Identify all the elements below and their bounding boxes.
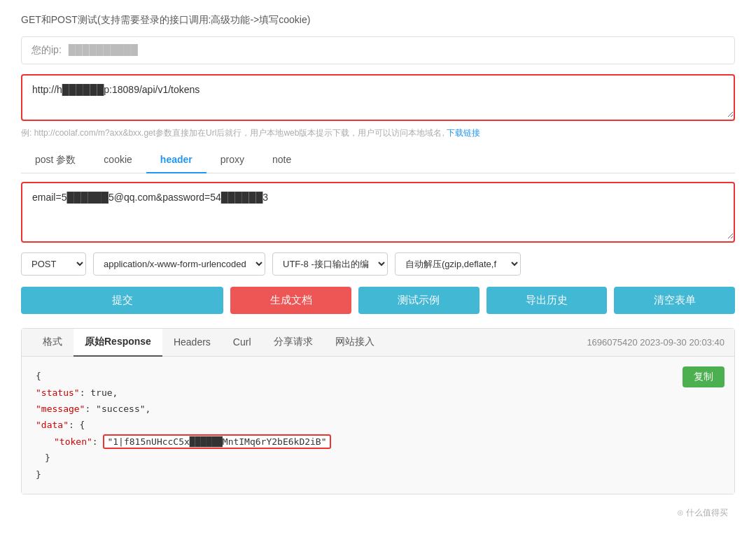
tab-post-params[interactable]: post 参数 xyxy=(21,148,90,173)
resp-tab-format[interactable]: 格式 xyxy=(31,329,74,357)
encoding-select[interactable]: UTF-8 -接口输出的编 GBK UTF-16 xyxy=(272,252,388,276)
resp-tab-share[interactable]: 分享请求 xyxy=(262,329,324,357)
json-line-7: } xyxy=(36,466,720,483)
response-tabs: 格式 原始Response Headers Curl 分享请求 网站接入 169… xyxy=(22,329,734,357)
tab-note[interactable]: note xyxy=(258,148,305,173)
submit-button[interactable]: 提交 xyxy=(21,287,223,314)
export-history-button[interactable]: 导出历史 xyxy=(486,287,608,314)
resp-tab-raw[interactable]: 原始Response xyxy=(74,329,162,357)
actions-row: 提交 生成文档 测试示例 导出历史 清空表单 xyxy=(21,287,735,314)
response-body: 复制 { "status": true, "message": "success… xyxy=(22,357,734,494)
page-wrapper: GET和POST测试(支持需要登录的接口调用:高级功能->填写cookie) 您… xyxy=(0,0,756,542)
json-line-6: } xyxy=(36,450,720,466)
footer-logo: ⊙ 什么值得买 xyxy=(21,507,735,519)
download-link[interactable]: 下载链接 xyxy=(447,128,480,138)
params-input[interactable] xyxy=(22,183,734,239)
tab-cookie[interactable]: cookie xyxy=(90,148,146,173)
json-line-3: "message": "success", xyxy=(36,401,720,417)
ip-label: 您的ip: xyxy=(31,44,62,55)
tab-header[interactable]: header xyxy=(146,148,206,173)
params-input-box xyxy=(21,182,735,243)
resp-tab-curl[interactable]: Curl xyxy=(222,329,262,356)
params-tabs-bar: post 参数 cookie header proxy note xyxy=(21,148,735,173)
response-section: 格式 原始Response Headers Curl 分享请求 网站接入 169… xyxy=(21,328,735,494)
tab-proxy[interactable]: proxy xyxy=(206,148,258,173)
json-line-5: "token": "1|f815nUHccC5x██████MntIMq6rY2… xyxy=(36,434,720,450)
json-line-2: "status": true, xyxy=(36,385,720,401)
clear-form-button[interactable]: 清空表单 xyxy=(614,287,735,314)
url-input[interactable] xyxy=(22,76,734,117)
json-line-4: "data": { xyxy=(36,417,720,433)
token-value: "1|f815nUHccC5x██████MntIMq6rY2bE6kD2iB" xyxy=(103,434,330,449)
footer-text: ⊙ 什么值得买 xyxy=(677,508,728,518)
resp-tab-embed[interactable]: 网站接入 xyxy=(324,329,386,357)
hint-text: 例: http://coolaf.com/m?axx&bxx.get参数直接加在… xyxy=(21,128,444,138)
hint-line: 例: http://coolaf.com/m?axx&bxx.get参数直接加在… xyxy=(21,127,735,140)
test-example-button[interactable]: 测试示例 xyxy=(358,287,479,314)
url-input-box xyxy=(21,74,735,121)
ip-bar: 您的ip: ██████████ xyxy=(21,36,735,64)
response-timestamp: 1696075420 2023-09-30 20:03:40 xyxy=(587,330,724,355)
content-type-select[interactable]: application/x-www-form-urlencoded applic… xyxy=(93,252,265,276)
resp-tab-headers[interactable]: Headers xyxy=(162,329,222,356)
ip-value: ██████████ xyxy=(69,44,138,55)
copy-button[interactable]: 复制 xyxy=(682,366,724,387)
page-title: GET和POST测试(支持需要登录的接口调用:高级功能->填写cookie) xyxy=(21,14,735,27)
selects-row: POST GET PUT DELETE application/x-www-fo… xyxy=(21,252,735,276)
json-line-1: { xyxy=(36,368,720,384)
decompress-select[interactable]: 自动解压(gzip,deflate,f 不解压 强制解压 xyxy=(395,252,521,276)
json-content: { "status": true, "message": "success", … xyxy=(36,368,720,483)
generate-doc-button[interactable]: 生成文档 xyxy=(230,287,351,314)
method-select[interactable]: POST GET PUT DELETE xyxy=(21,252,86,276)
